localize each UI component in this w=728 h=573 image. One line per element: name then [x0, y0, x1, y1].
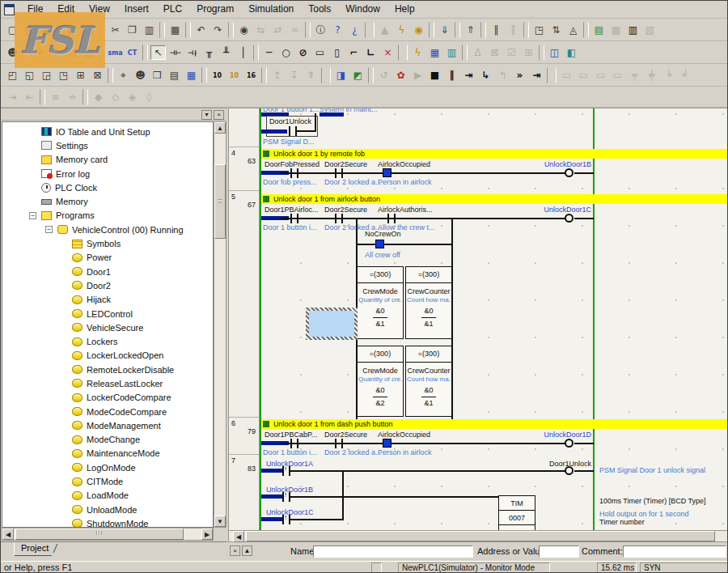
- scroll-down-icon[interactable]: ▼: [214, 516, 226, 527]
- watch-window-icon[interactable]: ▤: [591, 23, 607, 37]
- compare-instruction-block[interactable]: =(300) CrewCounter Count how ma... &0 &1: [405, 266, 452, 339]
- redo-icon[interactable]: ↷: [210, 23, 226, 37]
- force-off-icon[interactable]: ↧: [286, 68, 302, 83]
- contact-on-indicator[interactable]: [375, 240, 384, 248]
- toolbar-item[interactable]: [185, 22, 191, 38]
- scroll-right-icon[interactable]: ▶: [201, 528, 213, 540]
- simulation-scan-icon[interactable]: ✿: [393, 68, 408, 83]
- tree-item-unloadmode[interactable]: UnloadMode: [2, 503, 213, 516]
- monitor-data-icon[interactable]: ⌖: [116, 68, 131, 83]
- check-program-icon[interactable]: ☑: [504, 45, 519, 60]
- fieldbar-close-icon[interactable]: ×: [230, 545, 240, 556]
- tree-item-modechange[interactable]: ModeChange: [2, 433, 213, 447]
- function-block-icon[interactable]: ϟ: [410, 45, 425, 60]
- change-all-icon[interactable]: ≈: [287, 23, 303, 37]
- verify-icon[interactable]: ◬: [565, 23, 581, 37]
- scroll-left-icon[interactable]: ◀: [233, 531, 244, 542]
- sim-stop-icon[interactable]: ■: [427, 68, 442, 83]
- tree-item-remotelockerdisable[interactable]: RemoteLockerDisable: [2, 363, 213, 376]
- window-cascade-icon[interactable]: ◲: [39, 68, 54, 83]
- contact-symbol[interactable]: [290, 439, 292, 448]
- fieldbar-dock-icon[interactable]: ▲: [242, 545, 252, 556]
- monitor-mode-icon[interactable]: ◉: [411, 23, 426, 37]
- draw-tool-b-icon[interactable]: ◇: [108, 90, 123, 104]
- toolbar-item[interactable]: [368, 67, 374, 83]
- toolbar-item[interactable]: [228, 22, 234, 38]
- undo-icon[interactable]: ↶: [193, 23, 209, 37]
- corner-tool-icon[interactable]: ∟: [363, 45, 379, 60]
- tree-item-memory[interactable]: Memory: [2, 194, 213, 208]
- select-tool-icon[interactable]: ↖: [150, 45, 166, 60]
- pause-icon[interactable]: ‖: [506, 23, 521, 37]
- force-on-icon[interactable]: ↥: [269, 68, 285, 83]
- timer-instruction-block[interactable]: TIM 0007: [498, 495, 535, 530]
- tree-item-vehiclesecure[interactable]: VehicleSecure: [2, 320, 213, 334]
- toolbar-item[interactable]: [201, 67, 207, 83]
- window-restore-icon[interactable]: ◰: [5, 68, 20, 83]
- toolbar-item[interactable]: [159, 22, 165, 38]
- tree-horizontal-scrollbar[interactable]: ◀ ▶: [2, 528, 214, 541]
- tree-item-plc-clock[interactable]: PLC Clock: [2, 180, 213, 194]
- toolbar-item[interactable]: [261, 67, 267, 83]
- copy-icon[interactable]: ❐: [125, 23, 140, 37]
- open-contact-tool-icon[interactable]: ⊣⊢: [167, 45, 183, 60]
- contact-symbol[interactable]: [341, 214, 343, 223]
- indent-icon[interactable]: ⇥: [5, 90, 20, 104]
- contact-on-indicator[interactable]: [383, 439, 392, 448]
- io-break2-icon[interactable]: ▭: [576, 68, 591, 83]
- workspace-close-button[interactable]: ×: [214, 110, 224, 120]
- resume-icon[interactable]: ↺: [376, 68, 392, 83]
- compare-instruction-block[interactable]: =(300) CrewCounter Count how ma... &0 &1: [405, 346, 452, 417]
- toolbar-item[interactable]: [539, 45, 544, 61]
- transfer-program-icon[interactable]: ⇅: [548, 23, 564, 37]
- tree-item-lockerlockedopen[interactable]: LockerLockedOpen: [2, 349, 213, 363]
- split-window-icon[interactable]: ◧: [564, 45, 579, 60]
- open-coil-tool-icon[interactable]: ○: [278, 45, 294, 60]
- tree-item-lockercodecompare[interactable]: LockerCodeCompare: [2, 391, 213, 405]
- menu-insert[interactable]: Insert: [117, 2, 156, 17]
- toolbar-item[interactable]: [398, 45, 408, 61]
- selection-rectangle[interactable]: [306, 308, 358, 340]
- menu-window[interactable]: Window: [338, 2, 387, 17]
- draw-tool-a-icon[interactable]: ◆: [91, 90, 106, 104]
- menu-plc[interactable]: PLC: [156, 2, 189, 17]
- outdent-icon[interactable]: ⇤: [22, 90, 37, 104]
- name-input[interactable]: [313, 545, 473, 558]
- toolbar-item[interactable]: [429, 22, 434, 38]
- tree-item-programs[interactable]: − Programs: [2, 209, 213, 223]
- tree-item-releaselastlocker[interactable]: ReleaseLastLocker: [2, 376, 213, 390]
- insert-rung-icon[interactable]: ⊞: [521, 45, 536, 60]
- menu-help[interactable]: Help: [387, 2, 422, 17]
- cut-icon[interactable]: ✂: [108, 23, 123, 37]
- compare-instruction-block[interactable]: =(300) CrewMode Quantity of cre... &0 &2: [357, 346, 404, 417]
- rung-comment-banner[interactable]: Unlock door 1 from dash push button: [261, 419, 728, 429]
- tree-expander-icon[interactable]: −: [29, 212, 36, 219]
- toolbar-item[interactable]: [253, 45, 259, 61]
- toolbar-item[interactable]: [523, 22, 529, 38]
- fb-definition-icon[interactable]: ▥: [444, 45, 459, 60]
- ladder-horizontal-scrollbar[interactable]: ◀: [228, 530, 728, 542]
- toolbar-item[interactable]: [547, 67, 557, 83]
- instruction-tool-icon[interactable]: ▭: [312, 45, 328, 60]
- tree-item-citmode[interactable]: CITMode: [2, 474, 213, 488]
- find-next-icon[interactable]: ⇄: [270, 23, 286, 37]
- tree-item-settings[interactable]: Settings: [2, 138, 213, 152]
- differential-monitor-icon[interactable]: ◨: [333, 68, 349, 83]
- delete-tool-icon[interactable]: ×: [380, 45, 396, 60]
- sim-step-icon[interactable]: ⇥: [461, 68, 476, 83]
- browser-icon[interactable]: ◫: [547, 45, 562, 60]
- tree-item-ledcontrol[interactable]: LEDControl: [2, 307, 213, 320]
- output-coil[interactable]: [565, 214, 574, 223]
- tree-item-symbols[interactable]: Symbols: [2, 236, 213, 250]
- tree-item-door1[interactable]: Door1: [2, 265, 213, 278]
- window-arrange-icon[interactable]: ◳: [56, 68, 71, 83]
- contact-symbol[interactable]: [297, 439, 298, 448]
- compare-instruction-block[interactable]: =(300) CrewMode Quantity of cre... &0 &1: [357, 266, 404, 339]
- edit-rung-icon[interactable]: ⊠: [487, 45, 502, 60]
- work-online-icon[interactable]: ϟ: [394, 23, 409, 37]
- contact-symbol[interactable]: [297, 168, 298, 178]
- contact-symbol[interactable]: [335, 439, 336, 448]
- tree-item-modemanagement[interactable]: ModeManagement: [2, 418, 213, 432]
- io-comment-icon[interactable]: ▧: [642, 23, 658, 37]
- sim-scan-run-icon[interactable]: ⇥: [529, 68, 544, 83]
